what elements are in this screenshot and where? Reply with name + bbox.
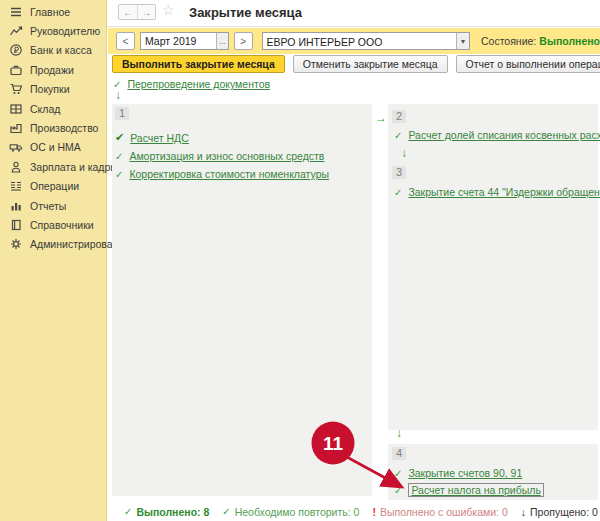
check-icon: ✓ — [394, 485, 402, 496]
sidebar-item-label: Склад — [30, 103, 60, 115]
sidebar-item-label: Отчеты — [30, 200, 66, 212]
page-title: Закрытие месяца — [189, 5, 302, 20]
sidebar-item-prodazhi[interactable]: Продажи — [0, 60, 106, 79]
coin-icon — [9, 43, 23, 57]
exclamation-icon: ! — [372, 506, 376, 518]
stage-item: ✓ Корректировка стоимости номенклатуры — [115, 168, 329, 180]
sidebar-item-glavnoe[interactable]: Главное — [0, 2, 106, 21]
account44-close-link[interactable]: Закрытие счета 44 "Издержки обращения" — [408, 186, 600, 198]
chevron-down-icon[interactable]: ▾ — [456, 33, 469, 49]
sidebar-item-proizvodstvo[interactable]: Производство — [0, 118, 106, 137]
history-nav: ← → — [118, 4, 156, 20]
stage3-number: 3 — [392, 166, 406, 179]
stage-item: ✔ Расчет НДС — [115, 131, 189, 144]
accounts-9091-close-link[interactable]: Закрытие счетов 90, 91 — [408, 467, 522, 479]
sidebar-item-sklad[interactable]: Склад — [0, 99, 106, 118]
check-icon: ✓ — [394, 130, 402, 141]
sidebar-item-label: Руководителю — [30, 25, 100, 37]
state-label: Состояние: — [481, 35, 536, 47]
sidebar-item-label: Производство — [30, 122, 98, 134]
down-arrow-icon: ↓ — [115, 88, 121, 102]
sidebar-item-label: Операции — [30, 180, 79, 192]
stage1-number: 1 — [115, 107, 129, 120]
period-picker-icon[interactable]: ... — [216, 33, 227, 49]
state-value: Выполнено — [539, 35, 600, 47]
factory-icon — [9, 121, 23, 135]
check-icon: ✓ — [115, 151, 123, 162]
prev-period-button[interactable]: < — [116, 32, 135, 50]
trend-icon — [9, 24, 23, 38]
check-icon: ✓ — [222, 506, 230, 517]
depreciation-link[interactable]: Амортизация и износ основных средств — [129, 150, 324, 162]
sidebar-item-operacii[interactable]: Операции — [0, 177, 106, 196]
sidebar-item-label: Продажи — [30, 64, 74, 76]
cost-adjustment-link[interactable]: Корректировка стоимости номенклатуры — [129, 168, 329, 180]
statusbar-errors-label: Выполнено с ошибками: 0 — [380, 506, 508, 518]
right-arrow-icon: → — [375, 111, 387, 125]
stage23-panel: 2 ✓ Расчет долей списания косвенных расх… — [388, 104, 598, 430]
sidebar-item-label: ОС и НМА — [30, 141, 81, 153]
sidebar-item-label: Покупки — [30, 83, 70, 95]
organization-combo[interactable]: ЕВРО ИНТЕРЬЕР ООО ▾ — [262, 32, 470, 50]
statusbar-done: ✓ Выполнено: 8 — [124, 506, 209, 518]
sidebar-item-label: Главное — [30, 6, 70, 18]
reposting-link[interactable]: Перепроведение документов — [127, 78, 270, 90]
sidebar-item-label: Зарплата и кадры — [30, 161, 118, 173]
sidebar-item-rukovoditelyu[interactable]: Руководителю — [0, 21, 106, 40]
indirect-costs-link[interactable]: Расчет долей списания косвенных расходов — [408, 129, 600, 141]
statusbar-done-label: Выполнено: 8 — [136, 506, 209, 518]
reposting-row: ✓ Перепроведение документов — [113, 78, 270, 90]
stage2-number: 2 — [392, 110, 406, 123]
person-icon — [9, 160, 23, 174]
stage-item: ✓ Расчет налога на прибыль — [394, 483, 544, 497]
menu-icon — [9, 5, 23, 19]
sidebar-item-os-i-nma[interactable]: ОС и НМА — [0, 138, 106, 157]
operations-report-button[interactable]: Отчет о выполнении операций — [456, 55, 600, 73]
period-input[interactable] — [141, 33, 216, 49]
check-icon: ✓ — [115, 169, 123, 180]
briefcase-icon — [9, 63, 23, 77]
period-toolbar: < ... > ЕВРО ИНТЕРЬЕР ООО ▾ Состояние: В… — [108, 28, 600, 54]
check-icon: ✓ — [124, 506, 132, 517]
vat-calc-link[interactable]: Расчет НДС — [130, 132, 189, 144]
sidebar-item-pokupki[interactable]: Покупки — [0, 80, 106, 99]
back-icon[interactable]: ← — [119, 5, 137, 19]
bar-chart-icon — [9, 199, 23, 213]
stage1-panel: 1 ✔ Расчет НДС ✓ Амортизация и износ осн… — [112, 104, 372, 496]
sidebar-item-spravochniki[interactable]: Справочники — [0, 215, 106, 234]
double-check-icon: ✔ — [115, 131, 124, 144]
cart-icon — [9, 82, 23, 96]
cancel-month-close-button[interactable]: Отменить закрытие месяца — [293, 55, 448, 73]
journal-icon — [9, 179, 23, 193]
next-period-button[interactable]: > — [234, 32, 253, 50]
sidebar-item-bank-i-kassa[interactable]: Банк и касса — [0, 41, 106, 60]
book-icon — [9, 218, 23, 232]
stage-item: ✓ Закрытие счета 44 "Издержки обращения" — [394, 186, 600, 198]
stage-item: ✓ Расчет долей списания косвенных расход… — [394, 129, 600, 141]
down-arrow-icon: ↓ — [401, 146, 407, 160]
sidebar-item-label: Банк и касса — [30, 44, 92, 56]
check-icon: ✓ — [394, 187, 402, 198]
statusbar: ✓ Выполнено: 8 ✓ Необходимо повторить: 0… — [112, 502, 600, 521]
stage-item: ✓ Закрытие счетов 90, 91 — [394, 467, 522, 479]
favorite-star-icon[interactable]: ☆ — [162, 2, 175, 18]
gear-icon — [9, 237, 23, 251]
sidebar-item-zarplata-i-kadry[interactable]: Зарплата и кадры — [0, 157, 106, 176]
stage4-number: 4 — [392, 447, 406, 460]
sidebar: Главное Руководителю Банк и касса Продаж… — [0, 0, 107, 521]
down-arrow-icon: ↓ — [396, 426, 402, 440]
income-tax-calc-link[interactable]: Расчет налога на прибыль — [408, 483, 544, 497]
sidebar-item-otchety[interactable]: Отчеты — [0, 196, 106, 215]
statusbar-skipped-label: Пропущено: 0 — [530, 506, 598, 518]
statusbar-errors: ! Выполнено с ошибками: 0 — [372, 506, 507, 518]
statusbar-skipped: ↓ Пропущено: 0 — [521, 506, 598, 518]
stage4-panel: 4 ✓ Закрытие счетов 90, 91 ✓ Расчет нало… — [388, 444, 598, 500]
forward-icon[interactable]: → — [137, 5, 155, 19]
statusbar-repeat: ✓ Необходимо повторить: 0 — [222, 506, 359, 518]
run-month-close-button[interactable]: Выполнить закрытие месяца — [112, 55, 285, 73]
stage-item: ✓ Амортизация и износ основных средств — [115, 150, 324, 162]
down-arrow-icon: ↓ — [521, 506, 526, 518]
check-icon: ✓ — [394, 468, 402, 479]
statusbar-repeat-label: Необходимо повторить: 0 — [235, 506, 360, 518]
sidebar-item-administrirovanie[interactable]: Администрирование — [0, 235, 106, 254]
